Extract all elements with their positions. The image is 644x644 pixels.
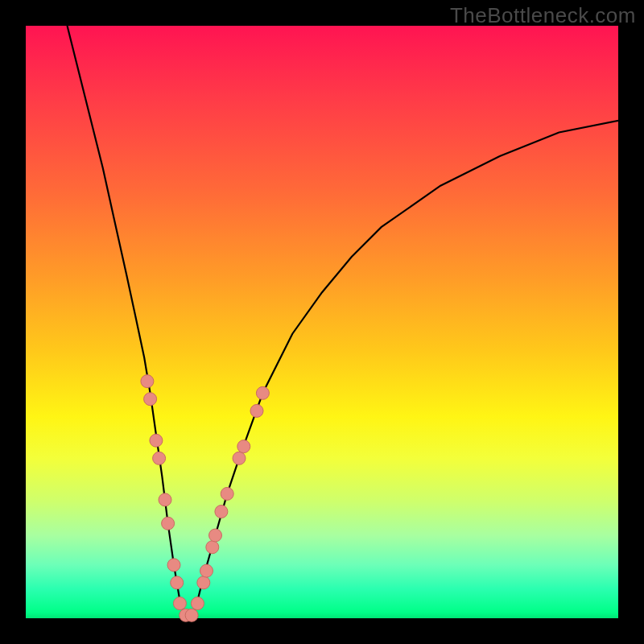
data-point xyxy=(256,386,269,399)
data-points-group xyxy=(141,375,270,622)
data-point xyxy=(209,529,222,542)
data-point xyxy=(200,564,213,577)
data-point xyxy=(153,452,166,464)
plot-area xyxy=(26,26,618,618)
data-point xyxy=(250,404,263,417)
data-point xyxy=(150,434,163,447)
data-point xyxy=(159,493,171,506)
data-point xyxy=(162,517,175,530)
data-point xyxy=(185,609,198,621)
data-point xyxy=(167,559,180,572)
data-point xyxy=(206,541,219,554)
data-point xyxy=(237,440,250,453)
data-point xyxy=(233,452,246,464)
data-point xyxy=(197,576,210,589)
data-point xyxy=(171,576,184,589)
bottleneck-curve xyxy=(68,26,619,618)
data-point xyxy=(173,597,186,610)
chart-svg xyxy=(26,26,618,618)
data-point xyxy=(144,393,157,406)
chart-frame: TheBottleneck.com xyxy=(0,0,644,644)
watermark-text: TheBottleneck.com xyxy=(450,3,636,28)
data-point xyxy=(191,597,204,610)
data-point xyxy=(221,487,233,500)
data-point xyxy=(215,506,228,518)
data-point xyxy=(141,375,154,388)
